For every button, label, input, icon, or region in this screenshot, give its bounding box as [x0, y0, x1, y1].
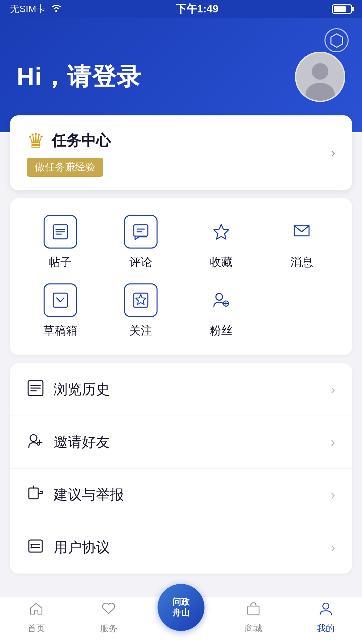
agreement-chevron: › [331, 540, 335, 555]
history-icon [27, 379, 44, 399]
agreement-icon [27, 537, 44, 557]
status-time: 下午1:49 [176, 2, 219, 16]
mine-icon [318, 601, 334, 620]
tab-service-label: 服务 [100, 623, 117, 634]
avatar[interactable] [295, 52, 345, 102]
svg-rect-32 [248, 606, 259, 615]
svg-point-30 [31, 544, 33, 546]
tab-shop-label: 商城 [245, 623, 262, 634]
menu-section: 浏览历史 › 邀请好友 › [10, 363, 352, 574]
menu-history[interactable]: 浏览历史 › [10, 363, 352, 416]
tab-home[interactable]: 首页 [0, 601, 72, 634]
action-drafts[interactable]: 草稿箱 [20, 283, 101, 338]
action-messages[interactable]: 消息 [261, 215, 342, 270]
carrier-text: 无SIM卡 [10, 3, 46, 15]
invite-chevron: › [331, 435, 335, 450]
drafts-label: 草稿箱 [43, 323, 77, 338]
home-icon [28, 601, 44, 620]
agreement-text: 用户协议 [54, 538, 110, 557]
task-title: 任务中心 [52, 131, 111, 151]
invite-icon [27, 432, 44, 452]
svg-rect-12 [53, 293, 67, 307]
center-label-1: 问政 [172, 597, 190, 607]
svg-marker-14 [136, 294, 146, 305]
messages-icon [285, 215, 318, 249]
posts-label: 帖子 [49, 255, 72, 270]
tab-home-label: 首页 [27, 623, 45, 634]
task-title-row: ♛ 任务中心 [27, 129, 111, 152]
tab-center[interactable]: 问政 舟山 [145, 584, 217, 638]
task-chevron: › [331, 145, 335, 160]
menu-history-left: 浏览历史 [27, 379, 110, 399]
history-chevron: › [331, 382, 335, 397]
action-fans[interactable]: 粉丝 [181, 283, 261, 338]
status-left: 无SIM卡 [10, 3, 62, 15]
svg-point-0 [55, 10, 57, 12]
tab-shop[interactable]: 商城 [217, 601, 290, 634]
tab-bar: 首页 服务 问政 舟山 商城 我的 [0, 597, 362, 644]
menu-invite-left: 邀请好友 [27, 432, 110, 452]
comments-label: 评论 [129, 255, 152, 270]
task-left: ♛ 任务中心 做任务赚经验 [27, 129, 111, 177]
action-posts[interactable]: 帖子 [20, 215, 101, 270]
messages-label: 消息 [290, 255, 313, 270]
fans-label: 粉丝 [210, 323, 233, 338]
tab-mine[interactable]: 我的 [290, 601, 362, 634]
history-text: 浏览历史 [54, 380, 110, 399]
following-label: 关注 [129, 323, 152, 338]
menu-agreement-left: 用户协议 [27, 537, 110, 557]
following-icon [124, 283, 158, 317]
task-card[interactable]: ♛ 任务中心 做任务赚经验 › [10, 115, 352, 190]
feedback-chevron: › [331, 487, 335, 502]
task-badge: 做任务赚经验 [27, 158, 103, 177]
actions-grid: 帖子 评论 收藏 [20, 215, 342, 338]
tab-service[interactable]: 服务 [72, 601, 145, 634]
svg-marker-11 [214, 224, 229, 239]
svg-point-15 [216, 293, 223, 300]
profile-row: Hi，请登录 [17, 52, 345, 102]
quick-actions-card: 帖子 评论 收藏 [10, 198, 352, 355]
settings-button[interactable]: ⬡ [324, 28, 349, 52]
svg-rect-27 [29, 540, 42, 552]
svg-point-23 [30, 435, 37, 441]
svg-point-31 [31, 546, 33, 548]
status-right [332, 4, 352, 14]
feedback-icon [27, 485, 44, 505]
menu-agreement[interactable]: 用户协议 › [10, 521, 352, 574]
status-bar: 无SIM卡 下午1:49 [0, 0, 362, 18]
action-following[interactable]: 关注 [101, 283, 181, 338]
header-section: ⬡ Hi，请登录 [0, 18, 362, 132]
tab-mine-label: 我的 [317, 623, 335, 634]
center-label-2: 舟山 [172, 607, 190, 618]
feedback-text: 建议与举报 [54, 485, 124, 504]
favorites-label: 收藏 [210, 255, 233, 270]
svg-rect-8 [134, 225, 148, 236]
center-button[interactable]: 问政 舟山 [158, 584, 204, 631]
shop-icon [246, 601, 261, 620]
service-icon [101, 601, 116, 620]
comments-icon [124, 215, 158, 249]
svg-point-33 [323, 603, 329, 609]
svg-rect-26 [29, 488, 38, 499]
hex-settings-icon: ⬡ [329, 30, 344, 50]
svg-point-2 [312, 63, 328, 79]
wifi-icon [50, 3, 62, 15]
drafts-icon [44, 283, 77, 317]
crown-icon: ♛ [27, 129, 45, 152]
menu-feedback[interactable]: 建议与举报 › [10, 469, 352, 521]
posts-icon [44, 215, 77, 249]
favorites-icon [204, 215, 238, 249]
action-comments[interactable]: 评论 [101, 215, 181, 270]
menu-feedback-left: 建议与举报 [27, 485, 124, 505]
action-favorites[interactable]: 收藏 [181, 215, 261, 270]
fans-icon [204, 283, 238, 317]
invite-text: 邀请好友 [54, 433, 110, 451]
menu-invite[interactable]: 邀请好友 › [10, 416, 352, 469]
greeting-text[interactable]: Hi，请登录 [17, 61, 141, 93]
battery-icon [332, 4, 352, 14]
